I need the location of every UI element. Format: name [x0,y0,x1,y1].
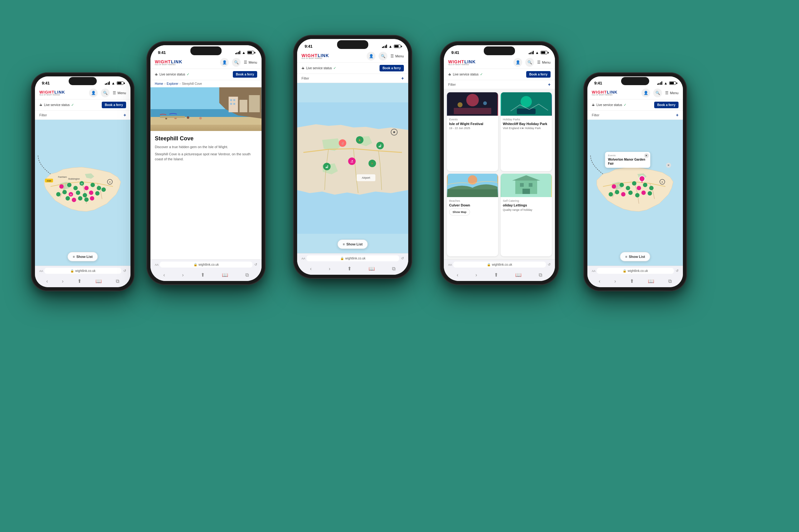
card-culver[interactable]: Beaches Culver Down Show Map [447,174,498,256]
logo-sub-3: ISLE OF WIGHT FERRIES [302,58,329,59]
lock-icon-4: 🔒 [487,263,491,266]
tabs-btn-3[interactable]: ⧉ [390,265,397,272]
reload-icon-5[interactable]: ↺ [676,269,678,273]
bookmarks-btn-1[interactable]: 📖 [94,278,104,285]
back-btn-5[interactable]: ‹ [597,278,602,285]
aa-label-5[interactable]: AA [592,269,596,272]
breadcrumb-current: Steephill Cove [182,82,202,86]
user-icon-btn-2[interactable]: 👤 [220,58,229,67]
book-ferry-btn-1[interactable]: Book a ferry [102,102,126,108]
forward-btn-4[interactable]: › [473,272,479,279]
svg-point-9 [84,186,89,190]
share-btn-3[interactable]: ⬆ [345,265,353,272]
search-icon-btn-4[interactable]: 🔍 [525,58,534,67]
tabs-btn-2[interactable]: ⧉ [243,272,251,279]
menu-btn-5[interactable]: ☰ Menu [665,91,678,95]
forward-btn-5[interactable]: › [612,278,618,285]
filter-plus-3[interactable]: + [401,76,404,81]
book-ferry-btn-5[interactable]: Book a ferry [654,102,678,108]
browser-url-display-5[interactable]: 🔒 wightlink.co.uk [597,268,674,274]
bookmarks-btn-3[interactable]: 📖 [367,265,377,272]
list-icon-5: ≡ [625,255,627,259]
reload-icon-1[interactable]: ↺ [123,269,126,273]
user-icon-btn-3[interactable]: 👤 [367,52,376,60]
aa-label-2[interactable]: AA [155,263,159,266]
browser-url-display-3[interactable]: 🔒 wightlink.co.uk [307,255,399,261]
bookmarks-btn-2[interactable]: 📖 [220,271,230,279]
share-btn-4[interactable]: ⬆ [492,271,500,279]
card-whitecliff[interactable]: Holiday Parks Whitecliff Bay Holiday Par… [501,92,552,171]
menu-btn-2[interactable]: ☰ Menu [244,60,257,64]
show-map-btn-culver[interactable]: Show Map [449,209,470,215]
aa-label-1[interactable]: AA [39,269,43,272]
share-btn-1[interactable]: ⬆ [75,278,83,285]
user-icon-btn-1[interactable]: 👤 [89,89,98,97]
browser-url-display-2[interactable]: 🔒 wightlink.co.uk [160,262,253,268]
forward-btn-3[interactable]: › [327,265,332,272]
detail-desc2-2: Steephill Cove is a picturesque spot nea… [155,152,257,162]
filter-plus-4[interactable]: + [548,82,550,87]
breadcrumb-home[interactable]: Home [155,82,163,86]
user-icon-btn-4[interactable]: 👤 [513,58,522,67]
show-list-btn-3[interactable]: ≡ Show List [338,240,368,249]
search-icon-btn-1[interactable]: 🔍 [101,89,110,97]
phones-container: 9:41 ▲ [25,17,774,515]
menu-btn-3[interactable]: ☰ Menu [391,54,404,58]
svg-text:🏕: 🏕 [379,145,382,148]
reload-icon-3[interactable]: ↺ [401,256,404,260]
filter-plus-1[interactable]: + [124,113,126,118]
browser-bar-5: AA 🔒 wightlink.co.uk ↺ [587,266,683,276]
filter-plus-5[interactable]: + [676,113,678,118]
svg-text:Fareham: Fareham [58,176,67,178]
popup-close-btn-5[interactable]: ✕ [644,153,649,158]
back-btn-1[interactable]: ‹ [44,278,50,285]
bookmarks-btn-5[interactable]: 📖 [646,278,656,285]
bookmarks-btn-4[interactable]: 📖 [513,271,523,279]
tabs-btn-4[interactable]: ⧉ [537,272,544,279]
back-btn-4[interactable]: ‹ [455,272,460,279]
wifi-icon-1: ▲ [111,81,115,86]
nav-actions-1: 👤 🔍 ☰ Menu [89,89,126,97]
search-icon-btn-2[interactable]: 🔍 [232,58,241,67]
card-iow-festival[interactable]: Events Isle of Wight Festival 19 - 22 Ju… [447,92,498,171]
card-img-festival [447,92,498,116]
aa-label-3[interactable]: AA [302,257,305,260]
check-icon-3: ✓ [333,66,336,70]
reload-icon-4[interactable]: ↺ [548,263,550,267]
nav-actions-5: 👤 🔍 ☰ Menu [641,89,678,97]
book-ferry-btn-2[interactable]: Book a ferry [233,71,257,78]
forward-btn-1[interactable]: › [60,278,65,285]
share-btn-2[interactable]: ⬆ [199,271,206,279]
app-nav-5: WIGHTLINK ISLE OF WIGHT FERRIES 👤 🔍 ☰ Me… [587,87,683,99]
menu-btn-1[interactable]: ☰ Menu [113,91,126,95]
lock-icon-5: 🔒 [623,269,627,272]
svg-point-43 [199,117,202,119]
browser-url-1[interactable]: 🔒 wightlink.co.uk [44,268,122,274]
tabs-btn-1[interactable]: ⧉ [114,278,121,285]
back-btn-2[interactable]: ‹ [161,272,167,279]
book-ferry-btn-3[interactable]: Book a ferry [380,65,404,71]
book-ferry-btn-4[interactable]: Book a ferry [526,71,550,78]
back-btn-3[interactable]: ‹ [308,265,313,272]
svg-text:🍴: 🍴 [341,141,345,145]
logo-sub-5: ISLE OF WIGHT FERRIES [592,94,618,96]
breadcrumb-explorer[interactable]: Explorer [167,82,178,86]
reload-icon-2[interactable]: ↺ [254,263,257,267]
search-icon-btn-3[interactable]: 🔍 [379,52,387,60]
user-icon-btn-5[interactable]: 👤 [641,89,650,97]
ferry-icon-2: ⛴ [155,73,158,76]
aa-label-4[interactable]: AA [448,263,452,266]
tabs-btn-5[interactable]: ⧉ [666,278,674,285]
search-icon-btn-5[interactable]: 🔍 [653,89,662,97]
card-selfcatering[interactable]: Self Catering oliday Lettings Quality ra… [501,174,552,256]
browser-url-display-4[interactable]: 🔒 wightlink.co.uk [453,262,546,268]
share-btn-5[interactable]: ⬆ [628,278,636,285]
service-status-1: ⛴ Live service status ✓ [39,103,74,107]
menu-btn-4[interactable]: ☰ Menu [537,60,550,64]
map-popup-5[interactable]: ✕ Events Wolverton Manor Garden Fair [605,152,650,168]
show-list-btn-5[interactable]: ≡ Show List [620,252,650,261]
ferry-icon-5: ⛴ [592,103,595,107]
show-list-btn-1[interactable]: ≡ Show List [68,252,98,261]
popup-title-5: Wolverton Manor Garden Fair [608,157,647,166]
forward-btn-2[interactable]: › [180,272,185,279]
